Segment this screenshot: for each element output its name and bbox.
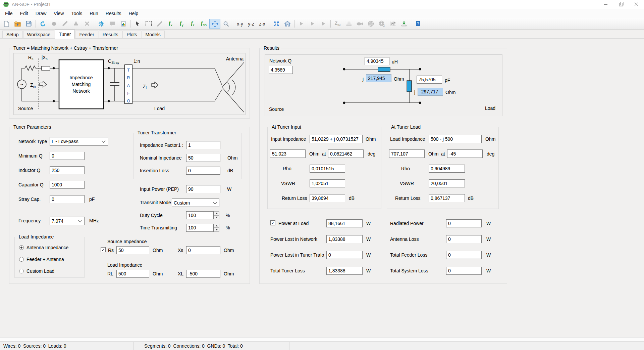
menu-results[interactable]: Results [102,9,125,18]
rotate-3d-button[interactable]: f3D [198,19,209,29]
restore-button[interactable] [613,0,629,9]
pan-button[interactable] [209,19,220,29]
fit-view-button[interactable] [271,19,282,29]
radiation-sphere-2-button[interactable]: 2 [376,19,387,29]
zoom-button[interactable] [220,19,231,29]
save-button[interactable] [23,19,34,29]
radio-antenna-impedance[interactable] [19,245,24,250]
impedance-factor-input[interactable]: 1 [186,141,220,149]
time-transmitting-input[interactable]: 100 [186,224,214,232]
comment-button[interactable] [107,19,118,29]
view-zx-button[interactable]: z-x [257,19,268,29]
load-impedance-result-value[interactable]: 500 - j 500 [429,135,482,143]
series-reactance-value[interactable]: 217,945 [366,74,391,82]
input-vswr-value[interactable]: 1,02051 [310,179,345,187]
spin-down-icon[interactable] [214,215,219,219]
select-cursor-button[interactable] [132,19,143,29]
menu-file[interactable]: File [1,9,16,18]
tab-models[interactable]: Models [142,31,165,38]
input-return-loss-value[interactable]: 39,8694 [310,194,345,202]
nominal-impedance-input[interactable]: 50 [186,154,220,162]
inductance-value[interactable]: 4,90345 [365,57,389,65]
run-button-2[interactable] [307,19,318,29]
load-vswr-value[interactable]: 20,0501 [429,179,465,187]
frequency-select[interactable]: 7,074 [50,217,85,225]
tab-feeder[interactable]: Feeder [75,31,98,38]
spin-up-icon[interactable] [214,224,219,228]
transmit-mode-select[interactable]: Custom [172,199,219,207]
refresh-button[interactable] [37,19,48,29]
power-lost-trafo-value[interactable]: 0 [326,251,363,259]
run-button-1[interactable] [296,19,307,29]
spin-down-icon[interactable] [214,228,219,232]
load-rho-value[interactable]: 0,904989 [429,165,465,173]
run-button-3[interactable] [318,19,329,29]
menu-run[interactable]: Run [86,9,102,18]
xs-input[interactable]: 0 [186,246,220,254]
rotate-x-button[interactable]: fx [165,19,176,29]
capacitor-q-input[interactable]: 1000 [50,181,85,189]
input-impedance-button[interactable]: ZIN [332,19,343,29]
network-type-select[interactable]: L - Low-pass [50,137,108,146]
network-q-value[interactable]: 4,3589 [269,66,293,74]
view-yz-button[interactable]: y-z [246,19,257,29]
view-xy-button[interactable]: x-y [234,19,246,29]
rs-checkbox[interactable] [101,247,106,252]
radiation-sphere-button[interactable] [365,19,376,29]
delete-button[interactable] [82,19,93,29]
draw-line-button[interactable] [154,19,165,29]
tab-results[interactable]: Results [99,31,122,38]
rs-input[interactable]: 50 [116,246,149,254]
input-rho-value[interactable]: 0,0101515 [310,165,345,173]
open-file-button[interactable] [12,19,23,29]
radio-custom-load[interactable] [19,269,24,273]
load-magnitude-value[interactable]: 707,107 [389,149,425,158]
shunt-reactance-value[interactable]: -297,717 [418,88,443,96]
duty-cycle-input[interactable]: 100 [186,211,214,219]
export-button[interactable] [398,19,410,29]
input-impedance-value[interactable]: 51,0229 + j 0,0731527 [310,135,363,143]
power-at-load-value[interactable]: 88,1661 [326,219,363,227]
total-tuner-loss-value[interactable]: 1,83388 [326,267,363,275]
antenna-loss-value[interactable]: 0 [446,235,482,243]
new-file-button[interactable] [1,19,12,29]
tab-setup[interactable]: Setup [2,31,23,38]
minimize-button[interactable] [598,0,613,9]
duty-cycle-spinner[interactable] [214,211,219,219]
report-button[interactable] [118,19,129,29]
xl-input[interactable]: -500 [186,270,220,278]
spin-up-icon[interactable] [214,211,219,215]
input-power-input[interactable]: 90 [186,185,220,193]
power-lost-network-value[interactable]: 1,83388 [326,235,363,243]
inductor-q-input[interactable]: 250 [50,166,85,174]
total-feeder-loss-value[interactable]: 0 [446,251,482,259]
minimum-q-input[interactable]: 0 [50,152,85,160]
menu-draw[interactable]: Draw [32,9,50,18]
menu-view[interactable]: View [50,9,67,18]
time-transmitting-spinner[interactable] [214,224,219,232]
menu-help[interactable]: Help [125,9,142,18]
rotate-y-button[interactable]: fy [176,19,187,29]
far-field-button[interactable] [354,19,365,29]
total-system-loss-value[interactable]: 0 [446,267,482,275]
input-phase-value[interactable]: 0,0821462 [328,149,364,158]
home-view-button[interactable] [282,19,293,29]
plot-button[interactable] [387,19,398,29]
load-return-loss-value[interactable]: 0,867137 [429,194,465,202]
menu-edit[interactable]: Edit [16,9,32,18]
stray-cap-input[interactable]: 0 [50,195,85,203]
capacitance-value[interactable]: 75,5705 [417,76,442,84]
radiated-power-value[interactable]: 0 [446,219,482,227]
power-at-load-checkbox[interactable] [270,220,275,225]
radio-feeder-antenna[interactable] [19,257,24,262]
insertion-loss-input[interactable]: 0 [186,167,220,175]
rotate-z-button[interactable]: fz [187,19,198,29]
draw-object-button[interactable] [48,19,59,29]
modify-button[interactable] [70,19,82,29]
close-button[interactable] [629,0,644,9]
selection-box-button[interactable] [143,19,154,29]
tab-plots[interactable]: Plots [122,31,141,38]
pattern-button[interactable] [343,19,354,29]
menu-tools[interactable]: Tools [67,9,86,18]
preferences-button[interactable] [96,19,107,29]
